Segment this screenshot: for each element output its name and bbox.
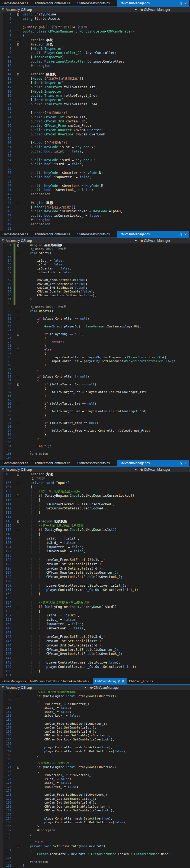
fold-marker[interactable]: − [17,495,19,497]
fold-marker[interactable]: − [17,376,19,378]
code-text: ┆ ┆ CMVcam_Quarter.SetEnable(isQuarter_)… [20,648,190,652]
fold-marker[interactable]: − [17,310,19,312]
tab-gamemanager-cs[interactable]: GameManager.cs [0,678,26,684]
fold-marker[interactable]: − [17,529,19,531]
fold-marker[interactable]: − [17,73,19,76]
change-tracking-bar [13,21,16,26]
tab-starterassetsinputs-cs[interactable]: StarterAssetsInputs.cs [75,231,115,238]
tab-thirdpersoncontroller-cs[interactable]: ThirdPersonController.cs [32,0,75,6]
fold-marker[interactable]: − [17,202,19,204]
fold-marker[interactable]: − [17,318,19,320]
close-icon[interactable]: ✕ [122,678,124,684]
fold-marker[interactable]: − [17,383,19,386]
code-area[interactable]: 152 ┆ //斜45度视角/自由视角切换153− ┆ if (UnityEng… [0,690,190,868]
symbol-dropdown[interactable]: CMVcamManager [139,467,190,472]
tab-gamemanager-cs[interactable]: GameManager.cs [0,0,32,6]
project-dropdown[interactable]: Assembly-CSharp [0,238,139,244]
fold-marker[interactable]: − [17,695,19,698]
tab-starterassetsinputs-cs[interactable]: StarterAssetsInputs.cs [75,0,115,6]
project-dropdown[interactable]: Assembly-CSharp [0,467,139,472]
fold-marker[interactable]: − [17,403,19,405]
fold-marker[interactable]: − [17,845,19,847]
change-tracking-bar [13,124,16,128]
change-tracking-bar [13,761,16,765]
code-text: ┆ CMVcam_OverLook.SetEnable(false); [20,293,190,298]
tab-label: StarterAssetsInputs.cs [61,678,87,684]
code-line: 77 ┆ ┆ { [0,351,190,355]
pin-icon[interactable]: ⚲ [180,460,183,466]
fold-column [16,137,20,141]
chevron-down-icon[interactable] [135,469,137,470]
code-text: ┆ if (playerController == null) [20,317,190,321]
fold-column: − [16,481,20,485]
code-text: ┆ ┆ cmvCam_3rd.SetEnable(is3rd_); [20,801,190,805]
tab-starterassetsinputs-cs[interactable]: StarterAssetsInputs.cs [59,678,90,684]
chevron-down-icon[interactable] [135,240,137,241]
tab-cmvcammanager-cs[interactable]: CMVcamManager.cs⚲✕ [117,0,189,6]
change-tracking-bar [13,406,16,409]
pin-icon[interactable]: ⚲ [118,678,120,684]
tab-cmvcammanager-cs[interactable]: CMVcamManager.cs⚲✕ [117,231,189,238]
fold-marker[interactable]: − [17,422,19,424]
change-tracking-bar [13,502,16,507]
code-line: 15 [Header("玩家身上的跟随目标")] [0,76,190,81]
tab-thirdpersoncontroller-cs[interactable]: ThirdPersonController.cs [32,460,75,466]
fold-column [16,259,20,263]
code-text: } [20,864,190,868]
tab-thirdpersoncontroller-cs[interactable]: ThirdPersonController.cs [26,678,59,684]
fold-column [16,429,20,433]
change-tracking-bar [13,278,16,282]
tab-starterassetsinputs-cs[interactable]: StarterAssetsInputs.cs [75,460,115,466]
code-text: ┆ { [20,532,190,536]
fold-marker[interactable]: − [17,244,19,247]
code-text: ┆ ┆ is3rd_ = false; [20,710,190,714]
code-text: { [20,848,190,852]
code-line: 51− #region 生命周期函数 [0,244,190,247]
pin-icon[interactable]: ⚲ [180,0,183,6]
fold-marker[interactable]: − [17,606,19,608]
chevron-down-icon[interactable] [84,687,86,688]
change-tracking-bar [13,809,16,813]
tab-gamemanager-cs[interactable]: GameManager.cs [0,231,32,238]
fold-marker[interactable]: − [17,31,19,33]
fold-marker[interactable]: − [17,43,19,46]
code-area[interactable]: 105− #region 方法 1 个引用106− private void I… [0,472,190,678]
code-line: 8 [HideInInspector] [0,47,190,51]
tab-thirdpersoncontroller-cs[interactable]: ThirdPersonController.cs [32,231,75,238]
change-tracking-bar [13,128,16,132]
tab-cmvcammanager-cs[interactable]: CMVcamManager.cs⚲✕ [93,678,127,684]
tab-label: StarterAssetsInputs.cs [77,460,112,466]
change-tracking-bar [13,765,16,769]
fold-marker[interactable]: − [17,766,19,769]
tab-gamemanager-cs[interactable]: GameManager.cs [0,460,32,466]
code-area[interactable]: 1−using UnityEngine;2using StarterAssets… [0,12,190,231]
close-icon[interactable]: ✕ [184,460,187,466]
fold-marker[interactable]: − [17,473,19,475]
tab-cmvcam_free-cs[interactable]: CMVcam_Free.cs [127,678,156,684]
fold-marker[interactable]: − [17,252,19,254]
code-line: 140 ┆ ┆ isOverLook_ = false; [0,626,190,631]
code-line: 143 ┆ ┆ cmvCam_1st.SetEnable(is1st_); [0,639,190,644]
close-icon[interactable]: ✕ [184,0,187,6]
project-dropdown[interactable]: Assembly-CSharp [0,685,88,690]
symbol-dropdown[interactable]: CMVcamManager [139,7,190,12]
pin-icon[interactable]: ⚲ [180,231,183,238]
fold-marker[interactable]: − [17,13,19,16]
fold-marker[interactable]: − [17,482,19,484]
project-dropdown[interactable]: Assembly-CSharp [0,7,139,12]
code-line: 106− private void Input() [0,481,190,485]
chevron-down-icon[interactable] [135,9,137,10]
fold-marker[interactable]: − [17,333,19,336]
code-area[interactable]: 51− #region 生命周期函数 Unity 消息|0 个引用52− voi… [0,244,190,460]
fold-marker[interactable]: − [17,39,19,41]
fold-column [16,515,20,520]
change-tracking-bar [13,690,16,694]
tab-bar: GameManager.csThirdPersonController.csSt… [0,678,190,684]
fold-marker[interactable]: − [17,348,19,351]
code-line: 145 ┆ ┆ CMVcam_Quarter.SetEnable(isQuart… [0,648,190,652]
fold-marker[interactable]: − [17,520,19,523]
symbol-dropdown[interactable]: CMVcamManager [88,685,190,690]
close-icon[interactable]: ✕ [184,231,187,238]
symbol-dropdown[interactable]: CMVcamManager [139,238,190,244]
tab-cmvcammanager-cs[interactable]: CMVcamManager.cs⚲✕ [117,460,189,466]
